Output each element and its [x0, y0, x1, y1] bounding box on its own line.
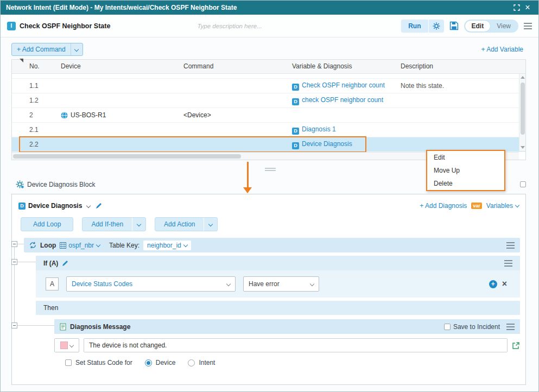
scroll-down-icon[interactable] [521, 146, 525, 149]
add-if-then-button[interactable]: Add If-then [82, 217, 146, 231]
maximize-icon[interactable] [511, 4, 522, 11]
loop-table-dropdown[interactable]: ospf_nbr [68, 242, 100, 249]
add-command-chevron-icon[interactable] [71, 43, 83, 55]
diagnosis-message-header[interactable]: Diagnosis Message Save to Incident [54, 319, 520, 334]
run-group: Run [401, 20, 443, 33]
header-menu-icon[interactable] [524, 23, 532, 29]
vertical-scroll-thumb[interactable] [521, 83, 525, 135]
diagnosis-selector[interactable]: Device Diagnosis [28, 202, 82, 210]
message-input[interactable]: The device is not changed. [84, 338, 508, 352]
block-section-label: Device Diagnosis Block [16, 180, 95, 188]
condition-row: A Device Status Codes Have error + × [46, 276, 512, 292]
content-area: + Add Command + Add Variable No. Device … [1, 37, 538, 391]
diagnosis-badge: D [18, 203, 26, 210]
toggle-view[interactable]: View [490, 21, 517, 31]
run-settings-gear-icon[interactable] [428, 20, 444, 33]
radio-device[interactable] [145, 359, 152, 366]
intent-title: Check OSPF Neighbor State [20, 22, 110, 30]
tree-stub [17, 325, 54, 326]
vertical-scrollbar[interactable] [519, 74, 525, 151]
document-icon [60, 323, 66, 331]
scroll-up-icon[interactable] [521, 76, 525, 79]
row-collapse-caret-icon[interactable] [12, 111, 26, 119]
context-menu-item-move-up[interactable]: Move Up [427, 164, 504, 177]
context-menu: Edit Move Up Delete [426, 150, 505, 191]
loop-block-header[interactable]: Loop ospf_nbr Table Key: neighbor_id [24, 238, 520, 252]
intent-icon: I [7, 22, 16, 30]
add-action-chevron-icon[interactable] [204, 218, 217, 231]
selection-arrow [247, 162, 249, 188]
variables-dropdown[interactable]: Variables [486, 202, 519, 210]
radio-intent[interactable] [188, 359, 195, 366]
run-button[interactable]: Run [401, 20, 428, 33]
collapse-if-icon[interactable] [11, 259, 17, 265]
save-to-incident-control: Save to Incident [444, 323, 500, 331]
tree-stub [17, 262, 36, 262]
add-diagnosis-link[interactable]: + Add Diagnosis [420, 202, 467, 210]
collapse-diagnosis-message-icon[interactable] [11, 323, 17, 328]
add-condition-icon[interactable]: + [489, 280, 497, 288]
splitter-handle-icon[interactable] [265, 168, 276, 171]
collapse-all-caret-icon[interactable] [12, 60, 26, 73]
add-loop-button[interactable]: Add Loop [21, 217, 73, 231]
remove-condition-icon[interactable]: × [502, 280, 507, 288]
save-icon[interactable] [449, 21, 459, 30]
expand-editor-icon[interactable] [512, 342, 520, 350]
partially-scrolled-row [12, 74, 525, 79]
chevron-down-icon [310, 282, 314, 286]
if-label: If (A) [43, 260, 58, 267]
save-to-incident-checkbox[interactable] [444, 324, 451, 330]
table-row[interactable]: 1.1 DCheck OSPF neighbor count Note this… [12, 79, 525, 93]
intent-header: I Check OSPF Neighbor State Type descrip… [1, 15, 538, 37]
chevron-down-icon[interactable] [86, 204, 91, 208]
context-menu-item-edit[interactable]: Edit [427, 151, 504, 164]
diagnosis-badge: D [292, 98, 299, 105]
condition-operator-select[interactable]: Have error [243, 276, 319, 292]
table-row[interactable]: 2.1 DDiagnosis 1 [12, 123, 525, 137]
block-section-checkbox[interactable] [520, 181, 526, 187]
table-row[interactable]: 2 US-BOS-R1 <Device> [12, 108, 525, 123]
table-icon [60, 242, 66, 249]
then-block-header[interactable]: Then [36, 301, 520, 315]
horizontal-scroll-thumb[interactable] [13, 154, 241, 159]
diagnosis-badge: D [292, 128, 299, 135]
block-buttons-row: Add Loop Add If-then Add Action [21, 217, 218, 231]
if-menu-icon[interactable] [504, 260, 512, 267]
tree-stub [17, 244, 24, 244]
table-key-label: Table Key: [109, 242, 139, 249]
add-command-button[interactable]: + Add Command [11, 43, 83, 56]
add-if-then-chevron-icon[interactable] [132, 218, 145, 231]
description-input[interactable]: Type description here... [197, 23, 262, 29]
add-action-button[interactable]: Add Action [155, 217, 218, 231]
set-status-code-checkbox[interactable] [65, 359, 72, 366]
window-title: Network Intent (Edit Mode) - My Intents/… [6, 4, 237, 11]
tree-connector [14, 247, 15, 323]
toggle-edit[interactable]: Edit [465, 21, 491, 31]
loop-icon [29, 242, 36, 249]
message-row: The device is not changed. [54, 338, 520, 353]
if-block-header[interactable]: If (A) [36, 256, 520, 270]
context-menu-item-delete[interactable]: Delete [427, 177, 504, 190]
col-diagnosis: Variable & Diagnosis [289, 60, 397, 73]
selection-arrow-head-icon [243, 187, 252, 193]
diagnosis-message-title: Diagnosis Message [70, 323, 130, 331]
close-icon[interactable]: × [522, 3, 533, 12]
col-command: Command [180, 60, 289, 73]
edit-pencil-icon[interactable] [62, 260, 68, 267]
severity-color-select[interactable] [54, 338, 79, 352]
if-block: If (A) A Device Status Codes Have error [36, 256, 520, 298]
diagnosis-message-menu-icon[interactable] [506, 324, 515, 330]
table-row[interactable]: 1.2 Dcheck OSPF neighbor count [12, 93, 525, 108]
table-key-dropdown[interactable]: neighbor_id [143, 241, 191, 250]
collapse-loop-icon[interactable] [11, 241, 17, 247]
add-variable-link[interactable]: + Add Variable [481, 46, 523, 53]
chevron-down-icon [226, 282, 231, 286]
loop-menu-icon[interactable] [506, 242, 515, 249]
table-header-row: No. Device Command Variable & Diagnosis … [12, 60, 525, 74]
condition-variable-select[interactable]: Device Status Codes [66, 276, 236, 292]
device-diagnosis-block-panel: D Device Diagnosis + Add Diagnosis var V… [11, 194, 526, 385]
status-code-row: Set Status Code for Device Intent [65, 358, 215, 367]
edit-pencil-icon[interactable] [96, 203, 102, 209]
diagnosis-badge: D [292, 84, 299, 91]
diagnosis-badge: D [292, 142, 299, 149]
